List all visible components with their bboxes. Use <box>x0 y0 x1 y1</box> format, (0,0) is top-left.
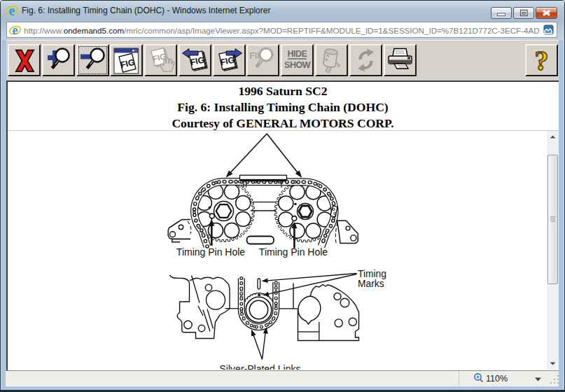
svg-text:HIDE: HIDE <box>288 49 307 59</box>
svg-text:Marks: Marks <box>358 279 384 289</box>
svg-text:Silver-Plated Links: Silver-Plated Links <box>220 363 301 370</box>
svg-text:Timing Pin Hole: Timing Pin Hole <box>176 246 246 258</box>
svg-text:e: e <box>12 24 18 37</box>
svg-text:e: e <box>9 4 15 18</box>
svg-text:?: ? <box>535 46 549 74</box>
svg-text:Timing Pin Hole: Timing Pin Hole <box>259 246 328 258</box>
svg-text:Timing: Timing <box>358 269 386 279</box>
svg-text:SHOW: SHOW <box>284 60 311 70</box>
